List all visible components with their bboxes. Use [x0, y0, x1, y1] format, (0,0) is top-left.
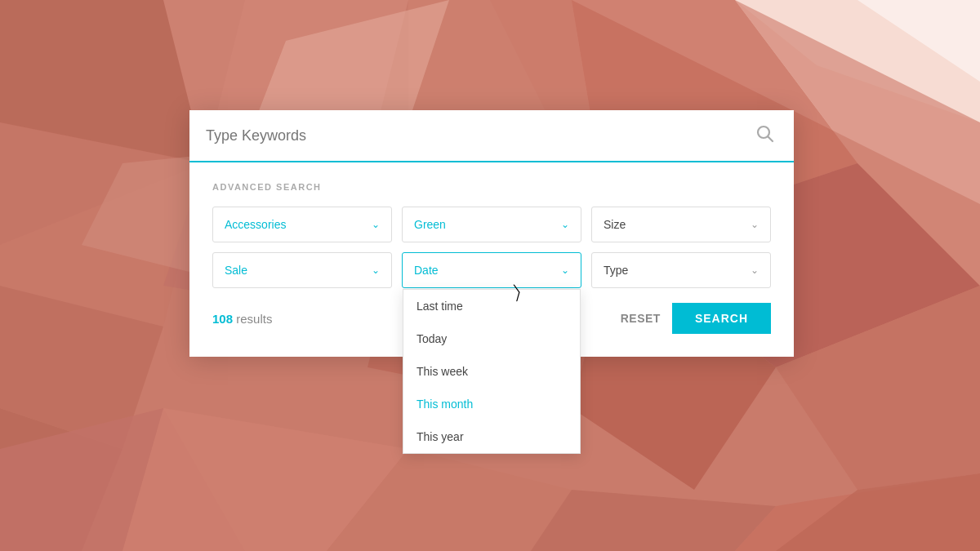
color-filter[interactable]: Green ⌄ — [402, 207, 581, 242]
dropdown-item-this-month[interactable]: This month — [403, 388, 580, 420]
date-filter[interactable]: Date ⌄ Last time Today This week This mo… — [402, 252, 581, 288]
category-filter-label: Accessories — [225, 218, 372, 231]
category-filter[interactable]: Accessories ⌄ — [212, 207, 392, 242]
dropdown-item-this-week[interactable]: This week — [403, 355, 580, 388]
dropdown-item-this-year[interactable]: This year — [403, 420, 580, 453]
dropdown-item-last-time[interactable]: Last time — [403, 290, 580, 322]
size-filter[interactable]: Size ⌄ — [591, 207, 771, 242]
search-button[interactable] — [751, 120, 777, 151]
filter-row-2: Sale ⌄ Date ⌄ Last time Today This week … — [212, 252, 771, 288]
dropdown-item-today[interactable]: Today — [403, 322, 580, 355]
filter-row-1: Accessories ⌄ Green ⌄ Size ⌄ — [212, 207, 771, 242]
discount-chevron-icon: ⌄ — [372, 264, 380, 276]
search-panel: ADVANCED SEARCH Accessories ⌄ Green ⌄ Si… — [189, 110, 794, 357]
size-filter-label: Size — [604, 218, 751, 231]
reset-button[interactable]: RESET — [621, 312, 661, 325]
type-filter[interactable]: Type ⌄ — [591, 252, 771, 288]
discount-filter[interactable]: Sale ⌄ — [212, 252, 392, 288]
date-filter-label: Date — [414, 264, 561, 277]
advanced-search-label: ADVANCED SEARCH — [212, 182, 771, 192]
type-filter-label: Type — [604, 264, 751, 277]
date-chevron-icon: ⌄ — [561, 264, 569, 276]
search-input[interactable] — [206, 127, 751, 144]
search-submit-button[interactable]: SEARCH — [672, 303, 771, 334]
results-label: results — [236, 312, 272, 326]
discount-filter-label: Sale — [225, 264, 372, 277]
svg-line-26 — [768, 137, 773, 142]
color-chevron-icon: ⌄ — [561, 219, 569, 230]
type-chevron-icon: ⌄ — [751, 264, 759, 276]
search-bar — [189, 110, 794, 162]
advanced-search-section: ADVANCED SEARCH Accessories ⌄ Green ⌄ Si… — [189, 162, 794, 357]
category-chevron-icon: ⌄ — [372, 219, 380, 230]
results-number: 108 — [212, 312, 233, 326]
color-filter-label: Green — [414, 218, 561, 231]
size-chevron-icon: ⌄ — [751, 219, 759, 230]
svg-marker-14 — [531, 490, 776, 551]
date-dropdown: Last time Today This week This month Thi… — [403, 289, 581, 454]
